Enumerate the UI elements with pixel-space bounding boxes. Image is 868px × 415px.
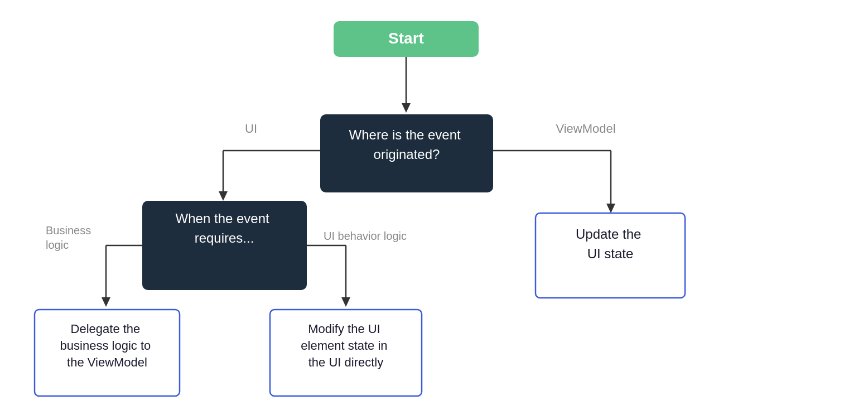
ui-label: UI (245, 122, 257, 136)
update-ui-node: Update the UI state (536, 213, 685, 298)
ui-behavior-label: UI behavior logic (324, 230, 407, 242)
arrow-where-to-viewmodel (493, 151, 615, 213)
when-event-node: When the event requires... (142, 201, 307, 290)
arrow-when-to-business (102, 245, 142, 307)
svg-marker-12 (102, 297, 110, 307)
svg-marker-7 (219, 191, 228, 201)
svg-text:Delegate the
        business : Delegate the business logic to the ViewM… (60, 322, 155, 369)
when-event-line1: When the event (176, 211, 269, 226)
start-node: Start (334, 21, 479, 57)
svg-marker-15 (341, 297, 350, 307)
flowchart-container: Start Where is the event originated? UI (0, 0, 868, 415)
svg-marker-22 (606, 204, 615, 213)
start-label: Start (388, 30, 424, 47)
where-event-line1: Where is the event (349, 127, 461, 142)
when-event-line2: requires... (195, 230, 254, 245)
delegate-node: Delegate the business logic to the ViewM… (35, 310, 180, 396)
viewmodel-label: ViewModel (556, 122, 615, 136)
business-logic-label: Business logic (46, 224, 94, 251)
where-event-line2: originated? (374, 147, 440, 162)
arrow-where-to-ui-branch (219, 151, 320, 201)
svg-text:Modify the UI
        element : Modify the UI element state in the UI di… (301, 322, 390, 369)
modify-node: Modify the UI element state in the UI di… (270, 310, 422, 396)
arrow-start-to-where (402, 57, 411, 113)
where-event-node: Where is the event originated? (320, 114, 493, 192)
svg-marker-2 (402, 103, 411, 113)
arrow-when-to-ui-behavior (307, 245, 350, 307)
